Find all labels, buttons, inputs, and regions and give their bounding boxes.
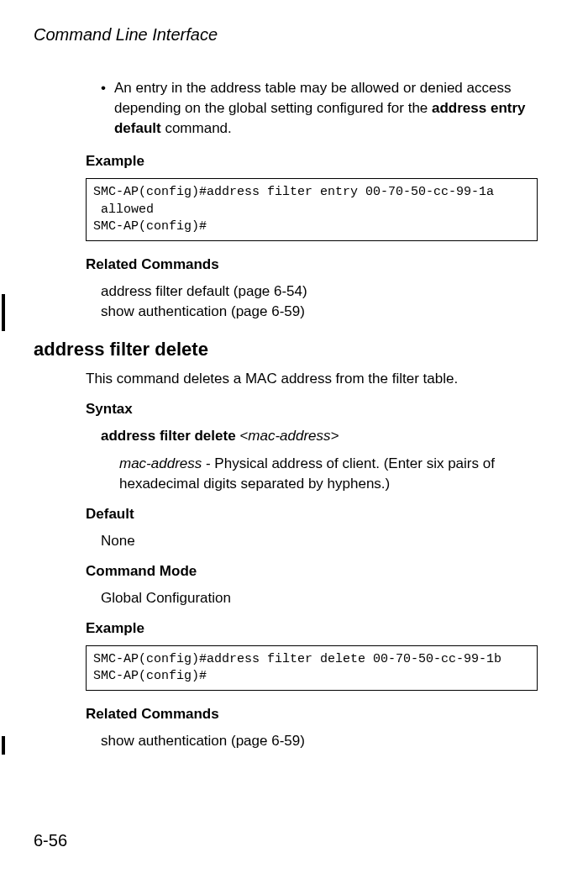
bullet-text: An entry in the address table may be all… [114, 78, 538, 138]
bullet-item: • An entry in the address table may be a… [101, 78, 538, 138]
default-label: Default [86, 506, 538, 523]
default-value: None [101, 531, 538, 551]
page-content: • An entry in the address table may be a… [34, 78, 554, 751]
example-label-2: Example [86, 620, 538, 637]
syntax-line: address filter delete <mac-address> [101, 426, 538, 446]
related-item: show authentication (page 6-59) [101, 302, 538, 322]
command-description: This command deletes a MAC address from … [86, 369, 538, 389]
related-commands-list-1: address filter default (page 6-54) show … [101, 282, 538, 322]
bullet-marker: • [101, 78, 114, 138]
param-description: mac-address - Physical address of client… [119, 454, 538, 494]
example-code-1: SMC-AP(config)#address filter entry 00-7… [86, 178, 538, 241]
related-commands-list-2: show authentication (page 6-59) [101, 731, 538, 751]
page-number: 6-56 [34, 831, 67, 850]
example-code-2: SMC-AP(config)#address filter delete 00-… [86, 645, 538, 692]
syntax-label: Syntax [86, 401, 538, 418]
param-name: mac-address [119, 455, 202, 471]
syntax-param: <mac-address> [239, 428, 339, 444]
related-commands-label-2: Related Commands [86, 706, 538, 723]
revision-bar [2, 736, 5, 755]
example-label: Example [86, 153, 538, 170]
related-item: address filter default (page 6-54) [101, 282, 538, 302]
command-mode-value: Global Configuration [101, 588, 538, 608]
bullet-text-after: command. [161, 120, 232, 136]
command-mode-label: Command Mode [86, 563, 538, 580]
revision-bar [2, 294, 5, 331]
command-heading: address filter delete [34, 339, 538, 360]
related-item: show authentication (page 6-59) [101, 731, 538, 751]
related-commands-label: Related Commands [86, 256, 538, 273]
syntax-command: address filter delete [101, 428, 236, 444]
page-header: Command Line Interface [34, 25, 554, 45]
